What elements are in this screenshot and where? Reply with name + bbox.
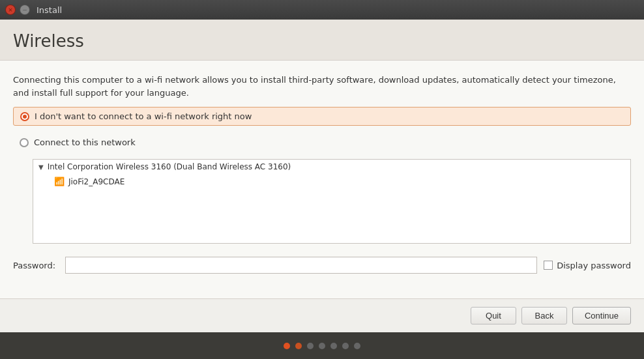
expand-arrow-icon: ▼ (38, 164, 44, 171)
radio-no-wifi-indicator (20, 112, 29, 121)
network-item[interactable]: 📶 JioFi2_A9CDAE (33, 174, 630, 189)
content-area: Connecting this computer to a wi-fi netw… (0, 61, 644, 298)
dot-5 (330, 343, 337, 349)
radio-no-wifi[interactable]: I don't want to connect to a wi-fi netwo… (13, 107, 631, 126)
network-list[interactable]: ▼ Intel Corporation Wireless 3160 (Dual … (33, 159, 631, 244)
description-text: Connecting this computer to a wi-fi netw… (13, 74, 631, 99)
password-row: Password: Display password (13, 257, 631, 274)
dot-7 (354, 343, 360, 349)
adapter-item[interactable]: ▼ Intel Corporation Wireless 3160 (Dual … (33, 160, 630, 174)
display-password-label: Display password (557, 261, 631, 270)
close-button[interactable]: × (5, 5, 16, 15)
continue-button[interactable]: Continue (572, 307, 631, 324)
titlebar: × − Install (0, 0, 644, 20)
display-password-checkbox-row[interactable]: Display password (544, 261, 631, 270)
password-label: Password: (13, 261, 59, 270)
radio-connect[interactable]: Connect to this network (13, 134, 631, 151)
minimize-button[interactable]: − (20, 5, 30, 15)
network-ssid: JioFi2_A9CDAE (68, 177, 124, 186)
adapter-name: Intel Corporation Wireless 3160 (Dual Ba… (48, 162, 291, 171)
window-title: Install (37, 5, 62, 15)
footer: Quit Back Continue (0, 298, 644, 332)
page-title: Wireless (13, 31, 631, 51)
progress-dots (0, 332, 644, 359)
quit-button[interactable]: Quit (471, 307, 516, 324)
password-input[interactable] (65, 257, 537, 274)
dot-3 (307, 343, 314, 349)
radio-connect-indicator (20, 138, 29, 147)
radio-connect-label: Connect to this network (34, 137, 136, 147)
wifi-icon: 📶 (54, 177, 65, 186)
dot-6 (342, 343, 349, 349)
radio-no-wifi-dot (23, 115, 27, 119)
display-password-checkbox[interactable] (544, 261, 553, 270)
dot-2 (295, 343, 302, 349)
header: Wireless (0, 20, 644, 61)
radio-no-wifi-label: I don't want to connect to a wi-fi netwo… (35, 111, 252, 121)
back-button[interactable]: Back (521, 307, 567, 324)
dot-4 (319, 343, 325, 349)
dot-1 (284, 343, 290, 349)
